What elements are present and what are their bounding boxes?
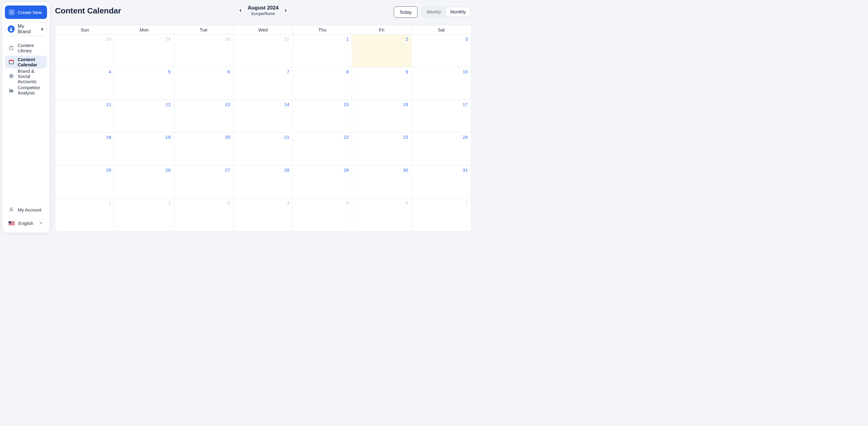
chevron-up-down-icon: ▲▼ [41, 28, 44, 31]
language-label: English [18, 221, 33, 226]
day-cell[interactable]: 12 [115, 100, 174, 133]
sidebar-item-content-library[interactable]: Content Library [5, 41, 47, 54]
day-number: 31 [284, 36, 289, 42]
day-number: 30 [403, 168, 408, 173]
day-number: 9 [406, 69, 408, 74]
sidebar-item-label: Competitor Analysis [18, 85, 43, 95]
day-cell[interactable]: 6 [174, 67, 233, 100]
timezone-label: Europe/Rome [248, 11, 279, 16]
day-cell[interactable]: 6 [352, 198, 411, 231]
day-cell[interactable]: 23 [352, 133, 411, 165]
day-cell[interactable]: 4 [55, 67, 115, 100]
day-cell[interactable]: 21 [233, 133, 292, 165]
sidebar-item-competitor-analysis[interactable]: Competitor Analysis [5, 84, 47, 97]
day-cell[interactable]: 18 [55, 133, 115, 165]
sidebar-item-content-calendar[interactable]: Content Calendar [5, 56, 47, 68]
day-number: 5 [346, 200, 349, 206]
day-cell[interactable]: 4 [233, 198, 292, 231]
month-navigator: August 2024 Europe/Rome [237, 5, 289, 16]
day-cell[interactable]: 14 [233, 100, 292, 133]
day-cell[interactable]: 1 [293, 34, 352, 67]
brand-selector[interactable]: My Brand ▲▼ [5, 22, 47, 36]
create-new-button[interactable]: + Create New [5, 5, 47, 19]
day-cell[interactable]: 3 [174, 198, 233, 231]
svg-rect-6 [11, 89, 12, 92]
sidebar-item-brand-accounts[interactable]: Brand & Social Accounts [5, 70, 47, 83]
day-cell[interactable]: 31 [233, 34, 292, 67]
day-number: 30 [225, 36, 230, 42]
day-number: 2 [168, 200, 171, 206]
view-monthly-button[interactable]: Monthly [446, 7, 470, 17]
day-cell[interactable]: 5 [293, 198, 352, 231]
next-month-button[interactable] [282, 6, 289, 14]
day-cell[interactable]: 3 [412, 34, 471, 67]
day-cell[interactable]: 30 [352, 165, 411, 198]
day-cell[interactable]: 7 [412, 198, 471, 231]
day-cell[interactable]: 28 [55, 34, 115, 67]
day-number: 4 [109, 69, 112, 74]
day-number: 14 [284, 102, 289, 107]
day-number: 20 [225, 134, 230, 140]
day-number: 18 [106, 134, 111, 140]
chevron-down-icon [38, 220, 43, 226]
day-number: 17 [463, 102, 468, 107]
day-cell[interactable]: 8 [293, 67, 352, 100]
sidebar-item-label: Content Library [18, 43, 43, 53]
day-cell[interactable]: 11 [55, 100, 115, 133]
brand-label: My Brand [18, 24, 37, 34]
day-cell[interactable]: 27 [174, 165, 233, 198]
day-number: 15 [344, 102, 349, 107]
month-label: August 2024 [248, 5, 279, 11]
main-content: Content Calendar August 2024 Europe/Rome… [52, 0, 476, 235]
day-number: 16 [403, 102, 408, 107]
avatar-icon [8, 25, 15, 33]
day-cell[interactable]: 10 [412, 67, 471, 100]
day-cell[interactable]: 28 [233, 165, 292, 198]
day-cell[interactable]: 9 [352, 67, 411, 100]
day-cell[interactable]: 19 [115, 133, 174, 165]
day-cell[interactable]: 17 [412, 100, 471, 133]
day-cell[interactable]: 24 [412, 133, 471, 165]
day-number: 29 [165, 36, 171, 42]
day-number: 7 [465, 200, 468, 206]
svg-rect-7 [12, 91, 13, 92]
us-flag-icon [8, 221, 15, 225]
day-cell[interactable]: 29 [293, 165, 352, 198]
day-number: 6 [227, 69, 230, 74]
dow-mon: Mon [115, 25, 174, 34]
day-cell[interactable]: 20 [174, 133, 233, 165]
svg-rect-5 [10, 90, 11, 92]
my-account-link[interactable]: My Account [5, 204, 47, 215]
my-account-label: My Account [18, 207, 41, 212]
day-cell[interactable]: 13 [174, 100, 233, 133]
calendar-icon [8, 59, 14, 65]
view-toggle: Weekly Monthly [421, 6, 471, 18]
dow-thu: Thu [293, 25, 352, 34]
today-button[interactable]: Today [394, 6, 417, 18]
target-icon [8, 73, 14, 79]
day-cell[interactable]: 15 [293, 100, 352, 133]
svg-rect-1 [10, 47, 13, 50]
month-block: August 2024 Europe/Rome [248, 5, 279, 16]
day-cell[interactable]: 29 [115, 34, 174, 67]
prev-month-button[interactable] [237, 6, 245, 14]
day-cell[interactable]: 31 [412, 165, 471, 198]
day-number: 1 [109, 200, 112, 206]
view-weekly-button[interactable]: Weekly [423, 7, 445, 17]
day-cell[interactable]: 22 [293, 133, 352, 165]
day-cell[interactable]: 25 [55, 165, 115, 198]
dow-sun: Sun [55, 25, 115, 34]
language-selector[interactable]: English [5, 217, 47, 229]
day-number: 1 [346, 36, 349, 42]
day-cell[interactable]: 2 [352, 34, 411, 67]
day-cell[interactable]: 30 [174, 34, 233, 67]
day-cell[interactable]: 1 [55, 198, 115, 231]
day-cell[interactable]: 16 [352, 100, 411, 133]
day-number: 27 [225, 168, 230, 173]
day-cell[interactable]: 26 [115, 165, 174, 198]
day-cell[interactable]: 7 [233, 67, 292, 100]
day-number: 24 [463, 134, 468, 140]
day-cell[interactable]: 2 [115, 198, 174, 231]
page-title: Content Calendar [55, 6, 121, 16]
day-cell[interactable]: 5 [115, 67, 174, 100]
